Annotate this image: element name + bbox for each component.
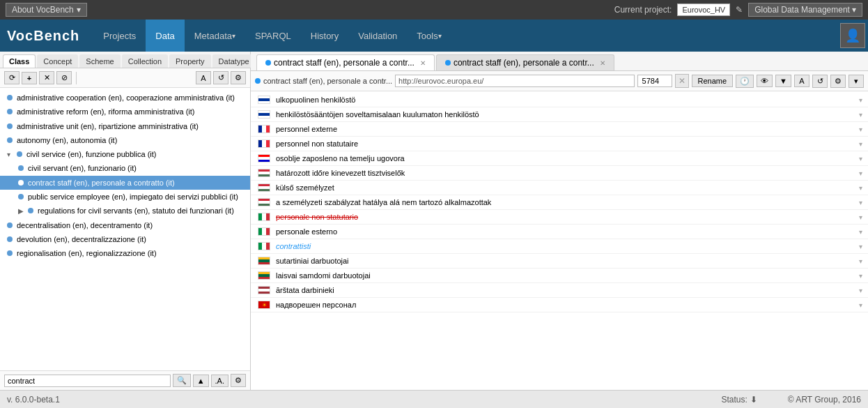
concept-label: personale non statutario: [276, 213, 859, 221]
more-button[interactable]: ▾: [848, 75, 864, 88]
nav-data[interactable]: Data: [146, 20, 184, 52]
nav-validation[interactable]: Validation: [348, 20, 407, 52]
font-button[interactable]: A: [196, 71, 211, 84]
close-tab-2-icon[interactable]: ✕: [600, 59, 605, 67]
dot-icon: [7, 137, 13, 143]
dot-icon: [18, 194, 24, 199]
tab-property[interactable]: Property: [169, 54, 211, 68]
expand-chevron-icon: ▾: [859, 155, 862, 163]
about-button[interactable]: About VocBench ▾: [6, 3, 87, 17]
tree-item-label: contract staff (en), personale a contrat…: [28, 178, 175, 188]
concept-row-lv-1[interactable]: ārštata darbinieki ▾: [251, 283, 868, 298]
search-button[interactable]: 🔍: [173, 374, 191, 387]
tab-datatype[interactable]: Datatype: [212, 54, 256, 68]
global-data-management-button[interactable]: Global Data Management ▾: [748, 3, 862, 17]
info-icon-button[interactable]: 👁: [757, 75, 773, 87]
expand-icon: ▶: [18, 206, 26, 216]
right-tab-2[interactable]: contract staff (en), personale a contr..…: [436, 54, 614, 70]
copyright-label: © ART Group, 2016: [788, 395, 861, 405]
tree-item-regulations[interactable]: ▶ regulations for civil servants (en), s…: [0, 204, 250, 218]
expand-chevron-icon: ▾: [859, 169, 862, 177]
concept-label: a személyzeti szabályzat hatálya alá nem…: [276, 198, 859, 206]
tree-item-label: civil servant (en), funzionario (it): [28, 163, 137, 173]
concept-row-hu-2[interactable]: külső személyzet ▾: [251, 181, 868, 195]
clear-url-icon[interactable]: ✕: [675, 74, 689, 88]
global-dropdown-icon: ▾: [852, 5, 856, 15]
tree-item-admin-reform[interactable]: administrative reform (en), riforma ammi…: [0, 105, 250, 119]
concept-row-fr-1[interactable]: personnel externe ▾: [251, 122, 868, 137]
concept-row-hr-1[interactable]: osoblje zaposleno na temelju ugovora ▾: [251, 151, 868, 166]
cancel-button[interactable]: ⊘: [56, 71, 72, 84]
search-prev-button[interactable]: ▲: [193, 375, 209, 387]
delete-button[interactable]: ✕: [39, 71, 54, 84]
font-size-button[interactable]: A: [794, 75, 809, 87]
concept-row-fi-2[interactable]: henkilöstösääntöjen soveltamisalaan kuul…: [251, 107, 868, 122]
settings-right-button[interactable]: ⚙: [830, 75, 846, 88]
expand-chevron-icon: ▾: [859, 213, 862, 221]
right-toolbar: contract staff (en), personale a contr..…: [251, 71, 868, 91]
refresh-button[interactable]: ⟳: [4, 71, 20, 84]
status-icon[interactable]: ⬇: [750, 395, 757, 405]
filter-icon-button[interactable]: ▼: [775, 75, 791, 87]
tree-item-label: decentralisation (en), decentramento (it…: [17, 220, 153, 230]
edit-project-icon[interactable]: ✎: [736, 5, 743, 15]
version-label: v. 6.0.0-beta.1: [7, 395, 60, 405]
tree-item-autonomy[interactable]: autonomy (en), autonomia (it): [0, 133, 250, 147]
tree-item-admin-coop[interactable]: administrative cooperation (en), coopera…: [0, 91, 250, 105]
search-options-button[interactable]: .A.: [211, 375, 228, 387]
concept-row-mk-1[interactable]: ☀ надворешен персонал ▾: [251, 298, 868, 312]
concept-row-lt-2[interactable]: laisvai samdomi darbuotojai ▾: [251, 269, 868, 283]
tab-concept[interactable]: Concept: [37, 54, 78, 68]
tree-item-decentralisation[interactable]: decentralisation (en), decentramento (it…: [0, 218, 250, 232]
concept-row-it-1[interactable]: personale non statutario ▾: [251, 210, 868, 225]
top-bar: About VocBench ▾ Current project: Eurovo…: [0, 0, 868, 20]
dot-icon: [7, 222, 13, 228]
tree-item-civil-servant[interactable]: civil servant (en), funzionario (it): [0, 161, 250, 175]
main-content: Class Concept Scheme Collection Property…: [0, 52, 868, 390]
user-avatar[interactable]: 👤: [840, 23, 865, 48]
concept-row-lt-1[interactable]: sutartiniai darbuotojai ▾: [251, 254, 868, 269]
close-tab-1-icon[interactable]: ✕: [420, 59, 426, 67]
rename-button[interactable]: Rename: [692, 75, 734, 87]
history-icon-button[interactable]: 🕐: [736, 75, 754, 88]
settings-button[interactable]: ⚙: [231, 71, 246, 84]
collapse-icon: ▾: [7, 150, 15, 159]
right-tab-1-label: contract staff (en), personale a contr..…: [274, 58, 414, 68]
concept-label: personnel externe: [276, 125, 859, 133]
sync-button[interactable]: ↺: [213, 71, 228, 84]
status-bar: v. 6.0.0-beta.1 Status: ⬇ © ART Group, 2…: [0, 390, 868, 408]
concept-row-fi-1[interactable]: ulkopuolinen henkilöstö ▾: [251, 93, 868, 107]
concept-row-hu-1[interactable]: határozott időre kinevezett tisztviselők…: [251, 166, 868, 181]
expand-chevron-icon: ▾: [859, 140, 862, 148]
nav-tools[interactable]: Tools: [407, 20, 451, 52]
nav-history[interactable]: History: [301, 20, 348, 52]
status-right: Status: ⬇ © ART Group, 2016: [722, 395, 862, 405]
concept-label: sutartiniai darbuotojai: [276, 257, 859, 265]
tree-item-devolution[interactable]: devolution (en), decentralizzazione (it): [0, 232, 250, 246]
concept-row-it-3[interactable]: contrattisti ▾: [251, 239, 868, 254]
tab-scheme[interactable]: Scheme: [79, 54, 120, 68]
nav-metadata[interactable]: Metadata: [185, 20, 245, 52]
dropdown-arrow-icon: ▾: [77, 5, 81, 15]
nav-projects[interactable]: Projects: [93, 20, 146, 52]
search-input[interactable]: [4, 375, 171, 387]
tree-item-label: devolution (en), decentralizzazione (it): [17, 234, 146, 244]
tree-item-public-service[interactable]: public service employee (en), impiegato …: [0, 190, 250, 204]
tree-item-admin-unit[interactable]: administrative unit (en), ripartizione a…: [0, 119, 250, 133]
tab-class[interactable]: Class: [3, 54, 36, 68]
concept-row-fr-2[interactable]: personnel non statutaire ▾: [251, 137, 868, 151]
tab-collection[interactable]: Collection: [122, 54, 168, 68]
right-tab-1[interactable]: contract staff (en), personale a contr..…: [256, 54, 435, 70]
concept-id-field[interactable]: [637, 75, 672, 87]
tree-item-regionalisation[interactable]: regionalisation (en), regionalizzazione …: [0, 246, 250, 260]
concept-row-it-2[interactable]: personale esterno ▾: [251, 225, 868, 239]
refresh-right-button[interactable]: ↺: [812, 75, 828, 88]
concept-row-hu-3[interactable]: a személyzeti szabályzat hatálya alá nem…: [251, 195, 868, 210]
tree-item-civil-service[interactable]: ▾ civil service (en), funzione pubblica …: [0, 147, 250, 161]
search-settings-button[interactable]: ⚙: [231, 374, 246, 387]
nav-sparql[interactable]: SPARQL: [245, 20, 301, 52]
flag-fi-icon: [258, 110, 270, 119]
add-concept-button[interactable]: +: [22, 72, 37, 84]
tree-item-contract-staff[interactable]: contract staff (en), personale a contrat…: [0, 176, 250, 190]
flag-hu-icon: [258, 198, 270, 206]
